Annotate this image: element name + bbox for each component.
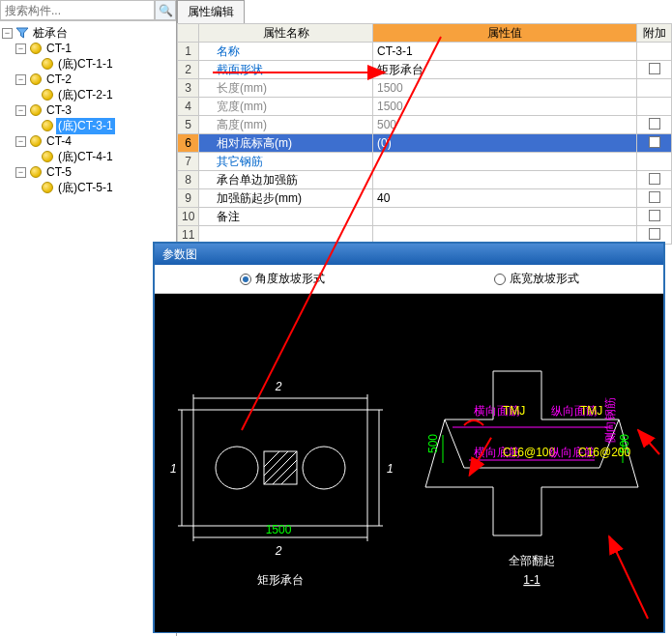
row-number: 7 [178,153,199,171]
property-extra [637,79,672,98]
tree-item-child[interactable]: (底)CT-2-1 [2,87,174,102]
checkbox[interactable] [649,191,660,203]
collapse-icon[interactable]: − [15,136,26,147]
radio-label: 角度放坡形式 [255,271,325,287]
property-row[interactable]: 4宽度(mm)1500 [178,98,672,116]
collapse-icon[interactable]: − [15,74,26,85]
property-value[interactable]: 500 [373,116,637,134]
property-value[interactable]: (0) [373,134,637,153]
checkbox[interactable] [649,173,660,185]
radio-angle-slope[interactable]: 角度放坡形式 [240,271,325,287]
radio-label: 底宽放坡形式 [510,271,579,287]
component-icon [41,57,54,71]
search-icon: 🔍 [159,4,173,17]
checkbox[interactable] [649,228,660,240]
property-extra [637,61,672,79]
property-value[interactable]: 40 [373,189,637,208]
tree-root[interactable]: − 桩承台 [2,25,174,41]
svg-line-8 [281,469,297,484]
property-value[interactable]: 1500 [373,98,637,116]
property-value[interactable]: CT-3-1 [373,43,637,61]
search-input[interactable] [0,0,155,20]
radio-icon [494,274,506,285]
property-row[interactable]: 3长度(mm)1500 [178,79,672,98]
checkbox[interactable] [649,136,660,148]
collapse-icon[interactable]: − [15,167,26,178]
tree-item[interactable]: −CT-1 [2,41,174,56]
component-tree: − 桩承台 −CT-1(底)CT-1-1−CT-2(底)CT-2-1−CT-3(… [0,21,176,199]
row-number: 1 [178,43,199,61]
collapse-icon[interactable]: − [2,28,13,39]
tree-item-child[interactable]: (底)CT-3-1 [2,118,174,133]
tree-item[interactable]: −CT-5 [2,164,174,180]
checkbox[interactable] [649,210,660,221]
property-name: 相对底标高(m) [199,134,373,153]
property-row[interactable]: 9加强筋起步(mm)40 [178,189,672,208]
row-number: 6 [178,134,199,153]
property-name: 截面形状 [199,61,373,79]
svg-text:C16@200: C16@200 [578,446,631,459]
property-value[interactable]: 1500 [373,79,637,98]
tree-label: (底)CT-2-1 [56,87,115,103]
component-icon [41,150,54,163]
property-value[interactable]: 矩形承台 [373,61,637,79]
row-number: 2 [178,61,199,79]
tree-label: CT-1 [44,42,73,55]
collapse-icon[interactable]: − [15,43,26,54]
property-row[interactable]: 7其它钢筋 [178,153,672,171]
radio-width-slope[interactable]: 底宽放坡形式 [494,271,579,287]
tree-item-child[interactable]: (底)CT-4-1 [2,149,174,164]
collapse-icon[interactable]: − [15,105,26,116]
diagram-canvas: 2 2 1 1 1500 矩形承台 500 500 横向面筋 TMJ 纵向面筋 … [155,294,663,632]
header-rownum [178,24,199,43]
header-name[interactable]: 属性名称 [199,24,373,43]
tree-label: (底)CT-3-1 [56,118,115,134]
tree-label: (底)CT-5-1 [56,180,115,196]
property-name: 备注 [199,208,373,226]
radio-bar: 角度放坡形式 底宽放坡形式 [155,265,663,294]
property-row[interactable]: 1名称CT-3-1 [178,43,672,61]
property-row[interactable]: 5高度(mm)500 [178,116,672,134]
svg-text:2: 2 [275,544,282,558]
tab-property-edit[interactable]: 属性编辑 [177,0,245,23]
tree-item[interactable]: −CT-3 [2,102,174,118]
property-row[interactable]: 8承台单边加强筋 [178,171,672,189]
svg-text:1-1: 1-1 [523,573,541,587]
tree-item[interactable]: −CT-4 [2,133,174,149]
property-name: 其它钢筋 [199,153,373,171]
property-row[interactable]: 2截面形状矩形承台 [178,61,672,79]
tree-label: CT-4 [44,134,73,148]
checkbox[interactable] [649,118,660,130]
tree-label: CT-2 [44,72,73,86]
search-bar: 🔍 [0,0,176,21]
row-number: 5 [178,116,199,134]
window-title: 参数图 [155,244,663,265]
property-value[interactable] [373,153,637,171]
filter-icon [15,26,29,40]
property-extra [637,116,672,134]
property-table: 属性名称 属性值 附加 1名称CT-3-12截面形状矩形承台3长度(mm)150… [177,23,672,245]
row-number: 9 [178,189,199,208]
property-row[interactable]: 6相对底标高(m)(0) [178,134,672,153]
property-value[interactable] [373,171,637,189]
property-name: 名称 [199,43,373,61]
component-tree-panel: 🔍 − 桩承台 −CT-1(底)CT-1-1−CT-2(底)CT-2-1−CT-… [0,0,177,636]
property-row[interactable]: 10备注 [178,208,672,226]
checkbox[interactable] [649,63,660,74]
tree-item-child[interactable]: (底)CT-1-1 [2,56,174,72]
svg-text:1: 1 [170,462,177,476]
property-panel: 属性编辑 属性名称 属性值 附加 1名称CT-3-12截面形状矩形承台3长度(m… [177,0,672,242]
property-value[interactable] [373,208,637,226]
header-extra[interactable]: 附加 [637,24,672,43]
header-value[interactable]: 属性值 [373,24,637,43]
tree-item-child[interactable]: (底)CT-5-1 [2,180,174,195]
tree-item[interactable]: −CT-2 [2,72,174,87]
search-button[interactable]: 🔍 [155,0,176,20]
svg-point-2 [303,447,345,489]
property-extra [637,134,672,153]
component-icon [29,165,43,179]
component-icon [29,42,43,55]
radio-icon [240,274,251,285]
parameter-diagram-window: 参数图 角度放坡形式 底宽放坡形式 2 [153,242,665,633]
row-number: 8 [178,171,199,189]
